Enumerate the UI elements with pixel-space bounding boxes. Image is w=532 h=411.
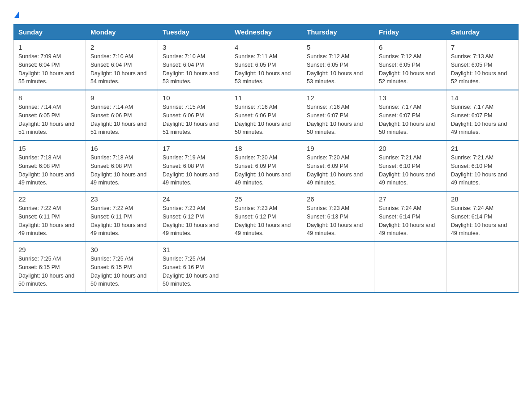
day-number: 19 (307, 145, 369, 152)
calendar-day-cell: 21Sunrise: 7:21 AMSunset: 6:10 PMDayligh… (446, 141, 519, 191)
day-info: Sunrise: 7:17 AMSunset: 6:07 PMDaylight:… (451, 103, 514, 137)
day-info: Sunrise: 7:18 AMSunset: 6:08 PMDaylight:… (90, 154, 153, 187)
calendar-header-monday: Monday (86, 25, 158, 40)
calendar-day-cell: 22Sunrise: 7:22 AMSunset: 6:11 PMDayligh… (14, 191, 86, 242)
calendar-day-cell: 30Sunrise: 7:25 AMSunset: 6:15 PMDayligh… (86, 242, 158, 292)
day-info: Sunrise: 7:22 AMSunset: 6:11 PMDaylight:… (90, 204, 153, 238)
day-info: Sunrise: 7:25 AMSunset: 6:15 PMDaylight:… (18, 255, 81, 288)
calendar-week-row: 15Sunrise: 7:18 AMSunset: 6:08 PMDayligh… (14, 141, 519, 191)
calendar-day-cell: 29Sunrise: 7:25 AMSunset: 6:15 PMDayligh… (14, 242, 86, 292)
day-number: 31 (163, 246, 225, 253)
day-number: 24 (163, 195, 225, 203)
calendar-day-cell: 8Sunrise: 7:14 AMSunset: 6:05 PMDaylight… (14, 90, 86, 141)
calendar-day-cell: 31Sunrise: 7:25 AMSunset: 6:16 PMDayligh… (158, 242, 230, 292)
day-number: 25 (235, 195, 297, 203)
calendar-day-cell: 27Sunrise: 7:24 AMSunset: 6:14 PMDayligh… (374, 191, 446, 242)
calendar-header-sunday: Sunday (14, 25, 86, 40)
calendar-week-row: 1Sunrise: 7:09 AMSunset: 6:04 PMDaylight… (14, 40, 519, 90)
day-info: Sunrise: 7:23 AMSunset: 6:12 PMDaylight:… (163, 204, 225, 238)
page-header (13, 9, 519, 20)
calendar-day-cell: 2Sunrise: 7:10 AMSunset: 6:04 PMDaylight… (86, 40, 158, 90)
calendar-header-tuesday: Tuesday (158, 25, 230, 40)
calendar-day-cell: 7Sunrise: 7:13 AMSunset: 6:05 PMDaylight… (446, 40, 519, 90)
day-info: Sunrise: 7:25 AMSunset: 6:16 PMDaylight:… (163, 255, 225, 288)
calendar-day-cell: 14Sunrise: 7:17 AMSunset: 6:07 PMDayligh… (446, 90, 519, 141)
day-number: 7 (451, 43, 514, 51)
day-number: 9 (90, 94, 153, 102)
calendar-header-saturday: Saturday (446, 25, 519, 40)
calendar-day-cell: 28Sunrise: 7:24 AMSunset: 6:14 PMDayligh… (446, 191, 519, 242)
calendar-day-cell (230, 242, 302, 292)
day-info: Sunrise: 7:17 AMSunset: 6:07 PMDaylight:… (379, 103, 442, 137)
day-info: Sunrise: 7:19 AMSunset: 6:08 PMDaylight:… (163, 154, 225, 187)
calendar-day-cell: 9Sunrise: 7:14 AMSunset: 6:06 PMDaylight… (86, 90, 158, 141)
day-info: Sunrise: 7:12 AMSunset: 6:05 PMDaylight:… (307, 52, 369, 86)
day-number: 5 (307, 43, 369, 51)
day-info: Sunrise: 7:10 AMSunset: 6:04 PMDaylight:… (163, 52, 225, 86)
calendar-day-cell: 1Sunrise: 7:09 AMSunset: 6:04 PMDaylight… (14, 40, 86, 90)
day-info: Sunrise: 7:20 AMSunset: 6:09 PMDaylight:… (307, 154, 369, 187)
day-info: Sunrise: 7:16 AMSunset: 6:06 PMDaylight:… (235, 103, 297, 137)
day-info: Sunrise: 7:11 AMSunset: 6:05 PMDaylight:… (235, 52, 297, 86)
calendar-day-cell: 11Sunrise: 7:16 AMSunset: 6:06 PMDayligh… (230, 90, 302, 141)
day-info: Sunrise: 7:16 AMSunset: 6:07 PMDaylight:… (307, 103, 369, 137)
calendar-day-cell: 4Sunrise: 7:11 AMSunset: 6:05 PMDaylight… (230, 40, 302, 90)
calendar-header-row: SundayMondayTuesdayWednesdayThursdayFrid… (14, 25, 519, 40)
day-info: Sunrise: 7:13 AMSunset: 6:05 PMDaylight:… (451, 52, 514, 86)
calendar-day-cell: 3Sunrise: 7:10 AMSunset: 6:04 PMDaylight… (158, 40, 230, 90)
calendar-header-friday: Friday (374, 25, 446, 40)
calendar-day-cell: 10Sunrise: 7:15 AMSunset: 6:06 PMDayligh… (158, 90, 230, 141)
calendar-day-cell: 24Sunrise: 7:23 AMSunset: 6:12 PMDayligh… (158, 191, 230, 242)
day-info: Sunrise: 7:21 AMSunset: 6:10 PMDaylight:… (379, 154, 442, 187)
calendar-day-cell: 20Sunrise: 7:21 AMSunset: 6:10 PMDayligh… (374, 141, 446, 191)
calendar-header-thursday: Thursday (302, 25, 374, 40)
calendar-week-row: 29Sunrise: 7:25 AMSunset: 6:15 PMDayligh… (14, 242, 519, 292)
day-number: 1 (18, 43, 81, 51)
day-number: 28 (451, 195, 514, 203)
day-number: 15 (18, 145, 81, 152)
day-info: Sunrise: 7:24 AMSunset: 6:14 PMDaylight:… (379, 204, 442, 238)
calendar-day-cell: 19Sunrise: 7:20 AMSunset: 6:09 PMDayligh… (302, 141, 374, 191)
day-info: Sunrise: 7:09 AMSunset: 6:04 PMDaylight:… (18, 52, 81, 86)
day-info: Sunrise: 7:20 AMSunset: 6:09 PMDaylight:… (235, 154, 297, 187)
day-number: 30 (90, 246, 153, 253)
calendar-day-cell (446, 242, 519, 292)
calendar-day-cell: 25Sunrise: 7:23 AMSunset: 6:12 PMDayligh… (230, 191, 302, 242)
calendar-day-cell: 17Sunrise: 7:19 AMSunset: 6:08 PMDayligh… (158, 141, 230, 191)
calendar-day-cell: 12Sunrise: 7:16 AMSunset: 6:07 PMDayligh… (302, 90, 374, 141)
day-info: Sunrise: 7:15 AMSunset: 6:06 PMDaylight:… (163, 103, 225, 137)
day-number: 20 (379, 145, 442, 152)
day-number: 4 (235, 43, 297, 51)
calendar-day-cell (374, 242, 446, 292)
day-number: 21 (451, 145, 514, 152)
day-number: 22 (18, 195, 81, 203)
calendar-day-cell: 18Sunrise: 7:20 AMSunset: 6:09 PMDayligh… (230, 141, 302, 191)
day-number: 16 (90, 145, 153, 152)
day-info: Sunrise: 7:22 AMSunset: 6:11 PMDaylight:… (18, 204, 81, 238)
calendar-day-cell (302, 242, 374, 292)
day-number: 13 (379, 94, 442, 102)
day-info: Sunrise: 7:14 AMSunset: 6:06 PMDaylight:… (90, 103, 153, 137)
day-number: 29 (18, 246, 81, 253)
calendar-day-cell: 16Sunrise: 7:18 AMSunset: 6:08 PMDayligh… (86, 141, 158, 191)
day-info: Sunrise: 7:14 AMSunset: 6:05 PMDaylight:… (18, 103, 81, 137)
day-number: 17 (163, 145, 225, 152)
calendar-week-row: 8Sunrise: 7:14 AMSunset: 6:05 PMDaylight… (14, 90, 519, 141)
calendar-day-cell: 5Sunrise: 7:12 AMSunset: 6:05 PMDaylight… (302, 40, 374, 90)
day-number: 18 (235, 145, 297, 152)
calendar-day-cell: 26Sunrise: 7:23 AMSunset: 6:13 PMDayligh… (302, 191, 374, 242)
day-info: Sunrise: 7:10 AMSunset: 6:04 PMDaylight:… (90, 52, 153, 86)
calendar-day-cell: 6Sunrise: 7:12 AMSunset: 6:05 PMDaylight… (374, 40, 446, 90)
day-number: 12 (307, 94, 369, 102)
logo (13, 9, 19, 20)
day-number: 6 (379, 43, 442, 51)
calendar-day-cell: 15Sunrise: 7:18 AMSunset: 6:08 PMDayligh… (14, 141, 86, 191)
calendar-header-wednesday: Wednesday (230, 25, 302, 40)
day-number: 3 (163, 43, 225, 51)
day-info: Sunrise: 7:25 AMSunset: 6:15 PMDaylight:… (90, 255, 153, 288)
day-number: 10 (163, 94, 225, 102)
calendar-week-row: 22Sunrise: 7:22 AMSunset: 6:11 PMDayligh… (14, 191, 519, 242)
day-number: 23 (90, 195, 153, 203)
logo-triangle-icon (14, 12, 19, 18)
day-number: 8 (18, 94, 81, 102)
